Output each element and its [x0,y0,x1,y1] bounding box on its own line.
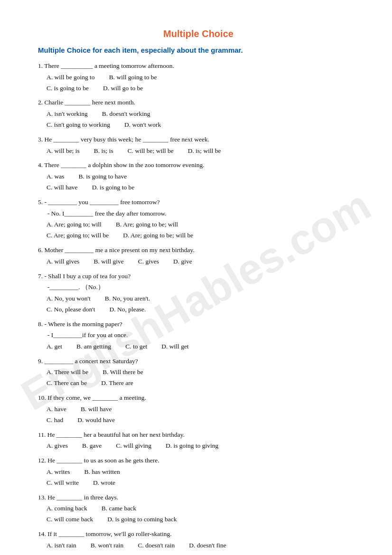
options-row: A. isn't workingB. doesn't working [38,109,359,120]
option: A. No, you won't [47,293,91,304]
question-item: 3. He ________ very busy this week; he _… [38,134,359,157]
option: C. will giving [116,441,151,452]
option: B. Will there be [103,367,143,378]
question-item: 12. He ________ to us as soon as he gets… [38,455,359,488]
option: B. is going to have [79,171,127,182]
option: A. Are; going to; will [47,219,102,230]
question-text: 1. There __________ a meeting tomorrow a… [38,61,359,71]
option: B. gave [82,441,102,452]
option: D. doesn't fine [189,540,226,551]
option: D. won't work [124,120,161,131]
question-item: 10. If they come, we ________ a meeting.… [38,393,359,425]
option: A. coming back [47,503,87,514]
option: A. There will be [47,367,88,378]
options-row: A. wasB. is going to have [38,171,359,182]
option: A. writes [47,467,70,478]
question-item: 8. - Where is the morning paper?- I_____… [38,319,359,352]
option: B. No, you aren't. [105,293,150,304]
question-text: 4. There ________ a dolphin show in the … [38,160,359,170]
options-row: A. getB. am gettingC. to getD. will get [38,341,359,352]
question-subtext: - No. I_________ free the day after tomo… [38,208,359,219]
option: C. There can be [47,378,87,389]
options-row: A. haveB. will have [38,404,359,415]
options-row: A. coming backB. came back [38,503,359,514]
option: C. will write [47,478,79,489]
option: A. get [47,341,62,352]
option: C. isn't going to working [47,120,110,131]
question-text: 6. Mother _________ me a nice present on… [38,245,359,255]
option: C. Are; going to; will be [47,230,109,241]
option: D. would have [77,415,115,426]
option: D. give [173,256,192,267]
option: B. is; is [94,146,113,157]
question-text: 12. He ________ to us as soon as he gets… [38,455,359,466]
option: D. is; will be [188,146,221,157]
question-item: 6. Mother _________ me a nice present on… [38,245,359,267]
question-item: 4. There ________ a dolphin show in the … [38,160,359,193]
option: C. gives [138,256,159,267]
options-row: C. Are; going to; will beD. Are; going t… [38,230,359,241]
options-row: C. is going to beD. will go to be [38,83,359,94]
option: A. will be; is [47,146,80,157]
option: C. doesn't rain [138,540,175,551]
option: B. won't rain [91,540,124,551]
option: A. isn't rain [47,540,76,551]
option: A. will be going to [47,72,95,83]
option: A. gives [47,441,68,452]
question-item: 5. - _________ you _________ free tomorr… [38,197,359,241]
options-row: A. writesB. has written [38,467,359,478]
options-row: C. will writeD. wrote [38,478,359,489]
options-row: A. will givesB. will giveC. givesD. give [38,256,359,267]
options-row: A. will be going toB. will going to be [38,72,359,83]
option: A. will gives [47,256,79,267]
question-text: 14. If it ________ tomorrow, we'll go ro… [38,529,359,539]
question-item: 13. He ________ in three days.A. coming … [38,492,359,525]
option: B. will going to be [109,72,157,83]
option: C. will be; will be [128,146,174,157]
options-row: A. will be; isB. is; isC. will be; will … [38,146,359,157]
questions-container: 1. There __________ a meeting tomorrow a… [38,61,359,551]
option: B. has written [84,467,120,478]
options-row: A. givesB. gaveC. will givingD. is going… [38,441,359,452]
option: C. will come back [47,514,93,525]
options-row: A. isn't rainB. won't rainC. doesn't rai… [38,540,359,551]
subtitle: Multiple Choice for each item, especiall… [38,46,359,54]
options-row: A. There will beB. Will there be [38,367,359,378]
option: A. isn't working [47,109,88,120]
option: D. will get [161,341,188,352]
question-text: 13. He ________ in three days. [38,492,359,503]
question-text: 2. Charlie ________ here next month. [38,97,359,108]
option: B. doesn't working [102,109,150,120]
option: A. was [47,171,65,182]
options-row: C. will haveD. is going to be [38,182,359,193]
option: D. Are; going to be; will be [123,230,193,241]
options-row: A. No, you won'tB. No, you aren't. [38,293,359,304]
options-row: C. hadD. would have [38,415,359,426]
option: C. to get [125,341,147,352]
option: D. is going to be [92,182,135,193]
option: D. No, please. [110,304,146,315]
option: C. will have [47,182,78,193]
option: B. will have [81,404,112,415]
question-item: 11. He ________ her a beautiful hat on h… [38,430,359,452]
options-row: A. Are; going to; willB. Are; going to b… [38,219,359,230]
question-item: 7. - Shall I buy a cup of tea for you?-_… [38,271,359,315]
question-item: 2. Charlie ________ here next month.A. i… [38,97,359,130]
option: D. is going to coming back [107,514,177,525]
question-text: 9. _________ a concert next Saturday? [38,356,359,367]
option: B. came back [102,503,136,514]
option: D. will go to be [103,83,143,94]
question-text: 8. - Where is the morning paper? [38,319,359,329]
question-text: 5. - _________ you _________ free tomorr… [38,197,359,207]
option: A. have [47,404,66,415]
question-text: 10. If they come, we ________ a meeting. [38,393,359,403]
question-subtext: - I_________if for you at once. [38,330,359,340]
options-row: C. There can beD. There are [38,378,359,389]
option: C. No, please don't [47,304,95,315]
question-subtext: -_________. （No.） [38,282,359,292]
question-item: 14. If it ________ tomorrow, we'll go ro… [38,529,359,551]
question-item: 1. There __________ a meeting tomorrow a… [38,61,359,94]
page-title: Multiple Choice [38,28,359,39]
option: D. is going to giving [166,441,218,452]
question-text: 3. He ________ very busy this week; he _… [38,134,359,145]
